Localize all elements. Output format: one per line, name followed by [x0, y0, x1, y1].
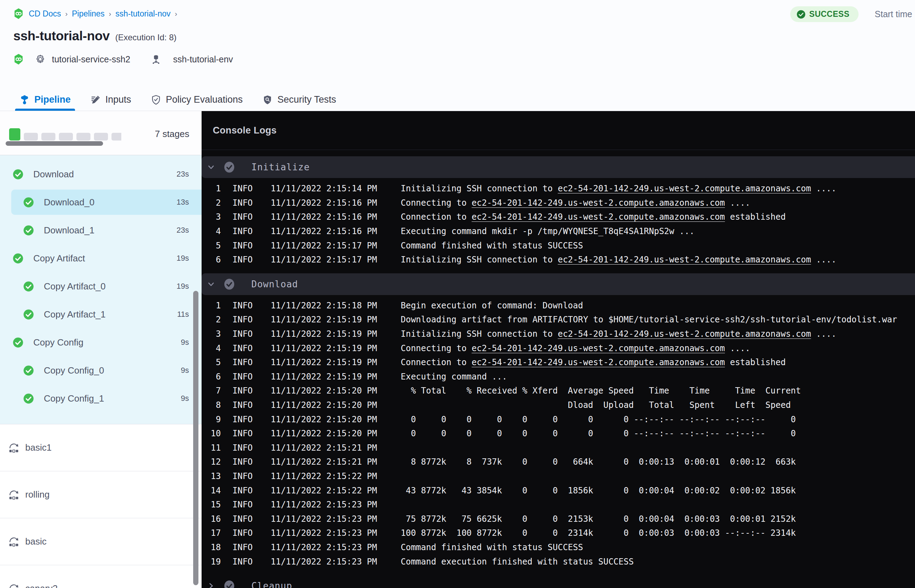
log-timestamp: 11/11/2022 2:15:21 PM — [271, 443, 381, 453]
stage-segment[interactable] — [94, 133, 108, 141]
header-right: SUCCESS Start time — [790, 6, 915, 22]
stage-name: Download — [33, 169, 177, 180]
service-gear-icon — [35, 54, 45, 65]
log-link[interactable]: ec2-54-201-142-249.us-west-2.compute.ama… — [558, 255, 811, 265]
log-message: 0 0 0 0 0 0 0 0 --:--:-- --:--:-- --:--:… — [401, 428, 915, 438]
pipeline-list-item[interactable]: canary2 — [0, 565, 202, 588]
stages-minimap-scrollbar[interactable] — [6, 141, 103, 146]
chevron-down-icon[interactable] — [207, 279, 216, 289]
log-text: Connecting to — [401, 198, 472, 208]
log-section-header[interactable]: Cleanup — [202, 575, 915, 588]
log-timestamp: 11/11/2022 2:15:20 PM — [271, 428, 381, 438]
log-link[interactable]: ec2-54-201-142-249.us-west-2.compute.ama… — [472, 198, 725, 208]
console-body[interactable]: Initialize 1 INFO 11/11/2022 2:15:14 PM … — [202, 150, 915, 588]
stage-row[interactable]: Copy Config_1 9s — [0, 384, 202, 412]
log-timestamp: 11/11/2022 2:15:14 PM — [271, 184, 381, 194]
line-number: 14 — [202, 486, 221, 496]
stage-segment-complete[interactable] — [9, 128, 20, 141]
security-shield-icon — [262, 95, 273, 105]
line-number: 12 — [202, 457, 221, 467]
log-message: % Total % Received % Xferd Average Speed… — [401, 386, 915, 396]
log-message: Initializing SSH connection to ec2-54-20… — [401, 255, 915, 265]
environment-name[interactable]: ssh-tutorial-env — [173, 54, 233, 65]
log-level: INFO — [233, 300, 254, 310]
service-name[interactable]: tutorial-service-ssh2 — [52, 54, 130, 65]
stage-name: Copy Config — [33, 337, 181, 348]
log-timestamp: 11/11/2022 2:15:17 PM — [271, 241, 381, 250]
stage-row[interactable]: Download_1 23s — [0, 216, 202, 244]
stage-segment[interactable] — [41, 133, 55, 141]
log-section-header[interactable]: Download — [202, 273, 915, 295]
stage-segment[interactable] — [24, 133, 38, 141]
log-section-header[interactable]: Initialize — [202, 156, 915, 178]
log-text: Connection to — [401, 212, 472, 222]
log-message: Connection to ec2-54-201-142-249.us-west… — [401, 212, 915, 222]
tab-pipeline[interactable]: Pipeline — [19, 89, 71, 111]
chevron-right-icon[interactable] — [207, 582, 216, 588]
tab-policy-evaluations[interactable]: Policy Evaluations — [151, 89, 242, 111]
log-level: INFO — [233, 428, 254, 438]
log-text: 0 0 0 0 0 0 0 0 --:--:-- --:--:-- --:--:… — [401, 415, 796, 424]
status-badge: SUCCESS — [790, 6, 858, 22]
log-text: 8 8772k 8 737k 0 0 664k 0 0:00:13 0:00:0… — [401, 457, 796, 467]
stage-segment[interactable] — [76, 133, 91, 141]
log-line: 9 INFO 11/11/2022 2:15:20 PM 0 0 0 0 0 0… — [202, 412, 915, 426]
log-message: Dload Upload Total Spent Left Speed — [401, 400, 915, 410]
log-level: INFO — [233, 226, 254, 236]
pipeline-list-item[interactable]: basic1 — [0, 424, 202, 471]
stage-row[interactable]: Copy Artifact_0 19s — [0, 272, 202, 300]
stage-row[interactable]: Copy Config_0 9s — [0, 356, 202, 384]
stage-row[interactable]: Download_0 13s — [0, 188, 202, 216]
breadcrumb-link[interactable]: Pipelines — [72, 9, 105, 19]
log-link[interactable]: ec2-54-201-142-249.us-west-2.compute.ama… — [472, 212, 725, 222]
chevron-down-icon[interactable] — [207, 163, 216, 172]
log-timestamp: 11/11/2022 2:15:20 PM — [271, 386, 381, 396]
console-logs-panel: Console Logs Initialize 1 INFO 11/11/202… — [202, 111, 915, 588]
section-status-icon — [223, 278, 235, 290]
success-check-icon — [797, 10, 806, 19]
tab-label: Security Tests — [277, 94, 336, 105]
log-link[interactable]: ec2-54-201-142-249.us-west-2.compute.ama… — [558, 329, 811, 339]
log-text: established — [725, 212, 786, 222]
breadcrumb-link[interactable]: CD Docs — [29, 9, 61, 19]
sidebar-scrollbar[interactable] — [193, 291, 199, 585]
log-timestamp: 11/11/2022 2:15:19 PM — [271, 357, 381, 367]
log-message: 75 8772k 75 6625k 0 0 2153k 0 0:00:04 0:… — [401, 514, 915, 524]
stage-row[interactable]: Copy Artifact 19s — [0, 244, 202, 272]
log-line: 2 INFO 11/11/2022 2:15:19 PM Downloading… — [202, 313, 915, 327]
log-link[interactable]: ec2-54-201-142-249.us-west-2.compute.ama… — [472, 343, 725, 353]
log-line: 1 INFO 11/11/2022 2:15:14 PM Initializin… — [202, 181, 915, 196]
log-link[interactable]: ec2-54-201-142-249.us-west-2.compute.ama… — [558, 184, 811, 194]
stage-row[interactable]: Download 23s — [0, 160, 202, 188]
stage-row[interactable]: Copy Artifact_1 11s — [0, 300, 202, 328]
tab-label: Inputs — [105, 94, 131, 105]
log-timestamp: 11/11/2022 2:15:23 PM — [271, 557, 381, 567]
stage-row[interactable]: Copy Config 9s — [0, 328, 202, 356]
tab-bar: Pipeline Inputs Policy Evaluations Secur… — [0, 89, 915, 111]
pipeline-list-item[interactable]: rolling — [0, 471, 202, 518]
rollout-icon — [8, 536, 19, 548]
success-check-icon — [13, 253, 24, 264]
log-text: .... — [811, 329, 836, 339]
log-line: 13 INFO 11/11/2022 2:15:22 PM — [202, 469, 915, 484]
log-timestamp: 11/11/2022 2:15:23 PM — [271, 543, 381, 552]
breadcrumb-separator: › — [109, 10, 111, 18]
log-level: INFO — [233, 343, 254, 353]
line-number: 17 — [202, 528, 221, 538]
log-level: INFO — [233, 357, 254, 367]
pipeline-list-item[interactable]: basic — [0, 518, 202, 565]
breadcrumb-link[interactable]: ssh-tutorial-nov — [115, 9, 170, 19]
log-line: 8 INFO 11/11/2022 2:15:20 PM Dload Uploa… — [202, 398, 915, 412]
stage-segment[interactable] — [59, 133, 73, 141]
stage-duration: 19s — [177, 254, 189, 263]
tab-security-tests[interactable]: Security Tests — [262, 89, 336, 111]
log-link[interactable]: ec2-54-201-142-249.us-west-2.compute.ama… — [472, 357, 725, 367]
log-text: Initializing SSH connection to — [401, 255, 558, 265]
log-timestamp: 11/11/2022 2:15:21 PM — [271, 457, 381, 467]
stage-segment[interactable] — [112, 133, 121, 141]
stage-duration: 19s — [177, 282, 189, 291]
console-header: Console Logs — [202, 111, 915, 150]
log-text: Command execution finished with status S… — [401, 557, 634, 567]
environment-group: ssh-tutorial-env — [151, 54, 233, 65]
tab-inputs[interactable]: Inputs — [91, 89, 131, 111]
